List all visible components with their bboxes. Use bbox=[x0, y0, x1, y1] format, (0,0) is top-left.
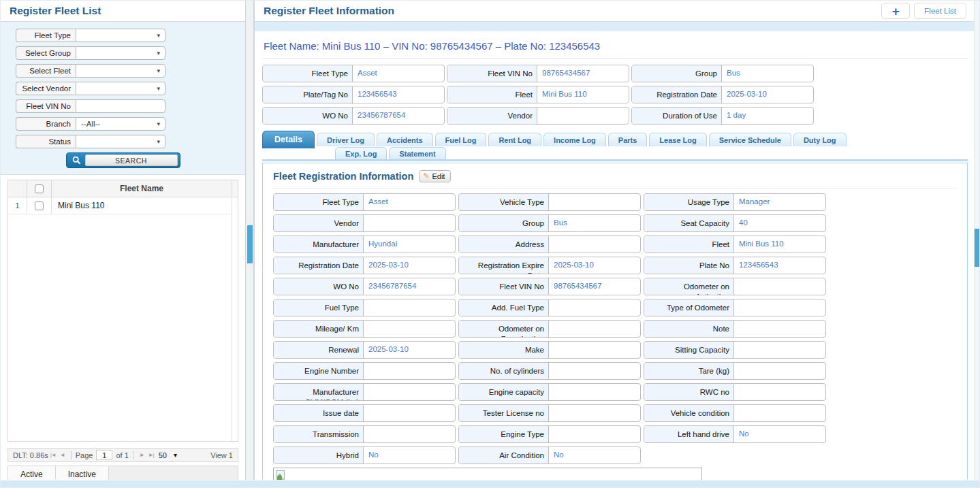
field-value[interactable] bbox=[549, 236, 640, 253]
filter-dropdown[interactable]: --All-- ▾ bbox=[76, 117, 165, 131]
prev-page-icon[interactable]: ◄ bbox=[60, 452, 65, 458]
field-value[interactable] bbox=[364, 299, 455, 316]
section-header: Fleet Registration Information ✎ Edit bbox=[273, 169, 957, 189]
field-value[interactable]: 2025-03-10 bbox=[549, 257, 640, 274]
field-value[interactable] bbox=[364, 363, 455, 379]
field-value[interactable]: 2025-03-10 bbox=[364, 342, 455, 358]
field-value[interactable] bbox=[537, 108, 629, 124]
filter-dropdown[interactable]: ▾ bbox=[76, 64, 165, 78]
field-value[interactable]: 2025-03-10 bbox=[364, 257, 455, 274]
detail-field: Make bbox=[458, 341, 641, 359]
field-value[interactable] bbox=[734, 363, 825, 379]
field-value[interactable]: 98765434567 bbox=[537, 65, 629, 82]
chevron-down-icon: ▾ bbox=[157, 139, 160, 145]
field-value[interactable] bbox=[549, 426, 640, 442]
tab[interactable]: Duty Log bbox=[793, 133, 847, 146]
field-value[interactable]: Bus bbox=[549, 215, 640, 231]
field-label: Air Condition bbox=[459, 447, 549, 463]
bottom-scroll-strip[interactable] bbox=[1, 480, 979, 487]
field-value[interactable] bbox=[734, 278, 825, 295]
filter-dropdown[interactable] bbox=[76, 99, 165, 113]
field-value[interactable]: Asset bbox=[353, 65, 444, 82]
page-number-input[interactable]: 1 bbox=[96, 450, 112, 460]
field-value[interactable]: No bbox=[549, 447, 640, 463]
field-value[interactable] bbox=[734, 321, 825, 337]
edit-button[interactable]: ✎ Edit bbox=[419, 170, 451, 182]
tab[interactable]: Statement bbox=[389, 147, 445, 159]
last-page-icon[interactable]: ►| bbox=[148, 452, 154, 458]
app-window: Register Fleet List Fleet Type ▾ Select … bbox=[0, 0, 980, 488]
page-size-value: 50 bbox=[159, 451, 167, 459]
table-row[interactable]: 1 Mini Bus 110 bbox=[8, 197, 232, 214]
field-value[interactable]: 98765434567 bbox=[549, 278, 640, 295]
detail-field: Engine Type bbox=[458, 425, 641, 443]
row-checkbox[interactable] bbox=[35, 201, 44, 210]
tab[interactable]: Income Log bbox=[543, 133, 606, 146]
tab[interactable]: Rent Log bbox=[488, 133, 541, 146]
right-scrollbar[interactable] bbox=[974, 1, 979, 481]
field-value[interactable] bbox=[549, 321, 640, 337]
detail-field: Add. Fuel Type bbox=[458, 299, 641, 316]
field-value[interactable] bbox=[734, 299, 825, 316]
filter-dropdown[interactable]: ▾ bbox=[76, 135, 165, 148]
field-value[interactable]: Asset bbox=[364, 194, 455, 210]
right-panel-content: Fleet Name: Mini Bus 110 – VIN No: 98765… bbox=[255, 31, 975, 488]
field-value[interactable]: 23456787654 bbox=[364, 278, 455, 295]
field-value[interactable] bbox=[734, 342, 825, 358]
field-value[interactable]: No bbox=[734, 426, 825, 442]
filter-label: Fleet Type bbox=[16, 29, 76, 42]
filter-dropdown[interactable]: ▾ bbox=[76, 82, 165, 95]
tab[interactable]: Driver Log bbox=[317, 133, 375, 146]
tab[interactable]: Details bbox=[262, 131, 315, 148]
tab[interactable]: Fuel Log bbox=[435, 133, 487, 146]
field-value[interactable] bbox=[549, 342, 640, 358]
field-value[interactable] bbox=[364, 405, 455, 421]
field-value[interactable]: 40 bbox=[734, 215, 825, 231]
field-value[interactable] bbox=[364, 321, 455, 337]
field-value[interactable]: Bus bbox=[722, 65, 813, 82]
field-value[interactable]: No bbox=[364, 447, 455, 463]
field-value[interactable] bbox=[549, 299, 640, 316]
field-value[interactable]: Manager bbox=[734, 194, 825, 210]
field-value[interactable] bbox=[734, 384, 825, 400]
field-value[interactable] bbox=[364, 384, 455, 400]
tab[interactable]: Accidents bbox=[377, 133, 433, 146]
middle-scrollbar[interactable] bbox=[246, 1, 254, 481]
detail-field: Address bbox=[458, 235, 641, 253]
tab[interactable]: Service Schedule bbox=[709, 133, 791, 146]
field-value[interactable]: Mini Bus 110 bbox=[537, 86, 629, 103]
search-row: SEARCH bbox=[1, 152, 245, 168]
field-value[interactable] bbox=[734, 405, 825, 421]
select-all-checkbox[interactable] bbox=[35, 184, 44, 193]
field-value[interactable]: 23456787654 bbox=[353, 108, 444, 124]
middle-scrollbar-thumb[interactable] bbox=[247, 225, 253, 263]
field-value[interactable] bbox=[364, 215, 455, 231]
fleet-list-button[interactable]: Fleet List bbox=[914, 3, 966, 19]
field-value[interactable]: Hyundai bbox=[364, 236, 455, 253]
field-value[interactable] bbox=[549, 384, 640, 400]
first-page-icon[interactable]: |◄ bbox=[50, 452, 56, 458]
field-value[interactable] bbox=[549, 363, 640, 379]
filter-label: Branch bbox=[16, 117, 76, 131]
tab[interactable]: Exp. Log bbox=[335, 147, 387, 159]
filter-dropdown[interactable]: ▾ bbox=[76, 46, 165, 60]
field-value[interactable]: 2025-03-10 bbox=[722, 86, 813, 103]
search-button[interactable]: SEARCH bbox=[66, 152, 180, 168]
field-value[interactable]: 1 day bbox=[722, 108, 813, 124]
page-size-select[interactable]: 50 ▾ bbox=[159, 451, 177, 459]
field-value[interactable] bbox=[364, 426, 455, 442]
field-value[interactable] bbox=[549, 194, 640, 210]
filter-dropdown[interactable]: ▾ bbox=[76, 29, 165, 42]
field-value[interactable]: 123456543 bbox=[353, 86, 444, 103]
field-value[interactable]: Mini Bus 110 bbox=[734, 236, 825, 253]
field-value[interactable]: 123456543 bbox=[734, 257, 825, 274]
right-scrollbar-thumb[interactable] bbox=[975, 229, 979, 267]
add-fleet-button[interactable]: + bbox=[881, 3, 910, 19]
tab[interactable]: Parts bbox=[608, 133, 648, 146]
field-label: Duration of Use bbox=[632, 108, 722, 124]
field-value[interactable] bbox=[549, 405, 640, 421]
tab[interactable]: Lease Log bbox=[649, 133, 706, 146]
field-label: Sitting Capacity bbox=[644, 342, 734, 358]
next-page-icon[interactable]: ► bbox=[140, 452, 144, 458]
detail-field: Mileage/ Km bbox=[273, 320, 456, 338]
